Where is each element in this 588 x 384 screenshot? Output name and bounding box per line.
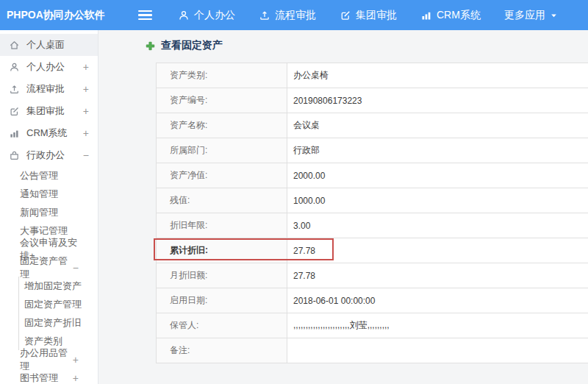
sidebar-item-label: 个人办公 bbox=[26, 60, 65, 74]
briefcase-icon bbox=[9, 150, 20, 161]
sidebar-item-label: CRM系统 bbox=[26, 127, 68, 140]
sidebar-item[interactable]: 个人办公+ bbox=[0, 56, 98, 78]
field-value: 2000.00 bbox=[287, 163, 588, 188]
expand-icon[interactable]: + bbox=[83, 62, 89, 72]
field-value: 1000.00 bbox=[287, 188, 588, 213]
sidebar-item[interactable]: 通知管理 bbox=[0, 185, 98, 203]
field-label: 资产编号: bbox=[157, 88, 287, 113]
sidebar-item[interactable]: 集团审批+ bbox=[0, 100, 98, 122]
sidebar-item[interactable]: 流程审批+ bbox=[0, 78, 98, 100]
expand-icon[interactable]: + bbox=[73, 373, 79, 383]
table-row: 累计折旧:27.78 bbox=[157, 238, 588, 263]
table-row: 折旧年限:3.00 bbox=[157, 213, 588, 238]
nav-item-label: 更多应用 bbox=[504, 9, 545, 22]
field-value: 行政部 bbox=[287, 138, 588, 163]
sidebar-item-label: 通知管理 bbox=[20, 188, 58, 201]
app-logo: PHPOA协同办公软件 bbox=[0, 9, 98, 22]
home-icon bbox=[9, 40, 20, 51]
collapse-icon[interactable]: − bbox=[73, 263, 79, 273]
main-content: 查看固定资产 资产类别:办公桌椅资产编号:20190806173223资产名称:… bbox=[99, 30, 588, 384]
field-value: ,,,,,,,,,,,,,,,,,,,,,,,刘莹,,,,,,,,, bbox=[287, 313, 588, 338]
sidebar-item[interactable]: 固定资产管理− bbox=[0, 258, 98, 277]
sidebar-item-label: 固定资产管理 bbox=[24, 298, 82, 311]
edit-icon bbox=[9, 106, 20, 117]
chart-icon bbox=[9, 128, 20, 139]
field-value: 2018-06-01 00:00:00 bbox=[287, 288, 588, 313]
table-row: 备注: bbox=[157, 338, 588, 363]
sidebar-item[interactable]: 公告管理 bbox=[0, 166, 98, 185]
field-label: 残值: bbox=[157, 188, 287, 213]
sidebar-item-label: 行政办公 bbox=[26, 149, 65, 162]
field-label: 折旧年限: bbox=[157, 213, 287, 238]
table-row: 保管人:,,,,,,,,,,,,,,,,,,,,,,,刘莹,,,,,,,,, bbox=[157, 313, 588, 338]
field-value bbox=[287, 338, 588, 363]
table-row: 资产净值:2000.00 bbox=[157, 163, 588, 188]
field-value: 会议桌 bbox=[287, 113, 588, 138]
sidebar-item[interactable]: 行政办公− bbox=[0, 144, 98, 166]
person-icon bbox=[9, 62, 20, 73]
sidebar-item[interactable]: 办公用品管理+ bbox=[0, 350, 98, 369]
table-row: 资产类别:办公桌椅 bbox=[157, 63, 588, 88]
sidebar-item-label: 新闻管理 bbox=[20, 206, 58, 219]
plus-icon bbox=[145, 40, 156, 51]
expand-icon[interactable]: + bbox=[83, 128, 89, 138]
page-title-text: 查看固定资产 bbox=[161, 39, 223, 52]
sidebar-item-label: 增加固定资产 bbox=[24, 280, 82, 293]
sidebar-item-label: 办公用品管理 bbox=[20, 346, 73, 373]
field-value: 3.00 bbox=[287, 213, 588, 238]
sidebar-item[interactable]: 个人桌面 bbox=[0, 34, 98, 56]
header-nav: 个人办公流程审批集团审批CRM系统更多应用 bbox=[178, 9, 558, 22]
sidebar-item-label: 公告管理 bbox=[20, 169, 58, 182]
expand-icon[interactable]: + bbox=[83, 84, 89, 94]
process-icon bbox=[9, 84, 20, 95]
chart-icon bbox=[420, 10, 432, 21]
table-row: 资产名称:会议桌 bbox=[157, 113, 588, 138]
nav-item[interactable]: 个人办公 bbox=[178, 9, 235, 22]
nav-item[interactable]: 集团审批 bbox=[340, 9, 397, 22]
table-row: 启用日期:2018-06-01 00:00:00 bbox=[157, 288, 588, 313]
table-row: 所属部门:行政部 bbox=[157, 138, 588, 163]
sidebar-item[interactable]: 新闻管理 bbox=[0, 203, 98, 221]
nav-item[interactable]: 流程审批 bbox=[259, 9, 316, 22]
expand-icon[interactable]: + bbox=[83, 106, 89, 116]
nav-item-label: CRM系统 bbox=[437, 9, 481, 22]
process-icon bbox=[259, 10, 270, 21]
field-label: 保管人: bbox=[157, 313, 287, 338]
table-row: 月折旧额:27.78 bbox=[157, 263, 588, 288]
sidebar-item-label: 固定资产管理 bbox=[20, 255, 73, 281]
sidebar-item-label: 集团审批 bbox=[26, 104, 65, 118]
expand-icon[interactable]: + bbox=[73, 355, 79, 365]
sidebar-item[interactable]: 图书管理+ bbox=[0, 369, 98, 384]
field-value: 27.78 bbox=[287, 263, 588, 288]
sidebar: 个人桌面个人办公+流程审批+集团审批+CRM系统+行政办公−公告管理通知管理新闻… bbox=[0, 30, 98, 384]
sidebar-item[interactable]: 固定资产管理 bbox=[18, 295, 98, 313]
field-value: 办公桌椅 bbox=[287, 63, 588, 88]
table-row: 残值:1000.00 bbox=[157, 188, 588, 213]
field-label: 累计折旧: bbox=[157, 238, 287, 263]
sidebar-item-label: 固定资产折旧 bbox=[24, 316, 82, 330]
nav-item[interactable]: CRM系统 bbox=[420, 9, 481, 22]
field-value: 20190806173223 bbox=[287, 88, 588, 113]
edit-icon bbox=[340, 10, 351, 21]
sidebar-item-label: 流程审批 bbox=[26, 82, 65, 96]
field-label: 资产名称: bbox=[157, 113, 287, 138]
field-label: 备注: bbox=[157, 338, 287, 363]
sidebar-item[interactable]: CRM系统+ bbox=[0, 122, 98, 144]
field-value: 27.78 bbox=[287, 238, 588, 263]
person-icon bbox=[178, 10, 190, 21]
nav-item-label: 个人办公 bbox=[194, 9, 235, 22]
caret-down-icon bbox=[550, 10, 558, 20]
sidebar-item[interactable]: 固定资产折旧 bbox=[18, 313, 98, 332]
nav-item-label: 集团审批 bbox=[356, 9, 397, 22]
field-label: 资产类别: bbox=[157, 63, 287, 88]
sidebar-item[interactable]: 增加固定资产 bbox=[18, 277, 98, 295]
collapse-icon[interactable]: − bbox=[83, 150, 89, 160]
field-label: 资产净值: bbox=[157, 163, 287, 188]
table-row: 资产编号:20190806173223 bbox=[157, 88, 588, 113]
field-label: 月折旧额: bbox=[157, 263, 287, 288]
page-title: 查看固定资产 bbox=[145, 39, 588, 52]
hamburger-icon[interactable] bbox=[137, 5, 154, 25]
nav-item[interactable]: 更多应用 bbox=[504, 9, 558, 22]
sidebar-item-label: 图书管理 bbox=[20, 371, 58, 384]
nav-item-label: 流程审批 bbox=[275, 9, 316, 22]
